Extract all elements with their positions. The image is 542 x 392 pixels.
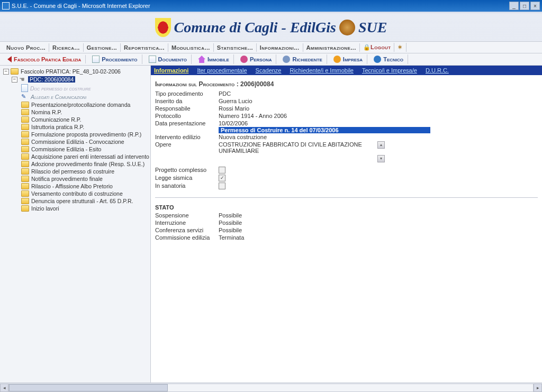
main-toolbar: Nuovo Proc... Ricerca... Gestione... Rep… bbox=[0, 41, 542, 53]
toolbar-extra[interactable]: ✶ bbox=[394, 43, 406, 52]
tree-item[interactable]: Commissione Edilizia - Esito bbox=[1, 145, 149, 153]
tree-item[interactable]: Denuncia opere strutturali - Art. 65 D.P… bbox=[1, 197, 149, 205]
documento-button[interactable]: Documento bbox=[144, 54, 192, 64]
procedimento-button[interactable]: Procedimento bbox=[88, 54, 142, 64]
tree-doc[interactable]: Doc permesso di costruire bbox=[1, 84, 149, 93]
tree-item-label: Nomina R.P. bbox=[31, 109, 62, 115]
tree-root[interactable]: − Fascicolo PRATICA: PE_48_10-02-2006 bbox=[1, 68, 149, 75]
folder-icon bbox=[21, 198, 29, 204]
toolbar-amministrazione[interactable]: Amministrazione... bbox=[303, 43, 360, 52]
collapse-icon[interactable]: − bbox=[3, 69, 9, 75]
tree-item[interactable]: Commissione Edilizia - Convocazione bbox=[1, 138, 149, 145]
tree-allegati[interactable]: ✎ Allegati e Comunicazioni bbox=[1, 93, 149, 101]
value-resp: Rossi Mario bbox=[219, 105, 249, 112]
tree-item-label: Denuncia opere strutturali - Art. 65 D.P… bbox=[31, 198, 133, 204]
toolbar-informazioni[interactable]: Informazioni... bbox=[257, 43, 303, 52]
pen-icon: ✎ bbox=[21, 93, 29, 101]
tree-item-label: Acquisizione pareri enti interessati ad … bbox=[31, 153, 149, 160]
tab-richiedente[interactable]: Richiedente/i e Immobile bbox=[290, 67, 354, 74]
label-progetto: Progetto complesso bbox=[155, 167, 219, 174]
value-conf: Possibile bbox=[219, 227, 242, 233]
tree-selected[interactable]: − ☚ PDC: 2006|00084 bbox=[1, 75, 149, 84]
scroll-track[interactable] bbox=[8, 384, 534, 392]
folder-icon bbox=[21, 139, 29, 145]
tab-durc[interactable]: D.U.R.C. bbox=[426, 67, 449, 74]
toolbar-statistiche[interactable]: Statistiche... bbox=[214, 43, 257, 52]
tree-item[interactable]: Inizio lavori bbox=[1, 205, 149, 212]
collapse-icon[interactable]: − bbox=[12, 77, 17, 83]
seal-icon bbox=[339, 20, 355, 35]
scroll-down-icon[interactable]: ▾ bbox=[377, 155, 385, 162]
arrow-left-icon bbox=[7, 56, 12, 62]
value-sosp: Possibile bbox=[219, 212, 242, 218]
tecnico-button[interactable]: Tecnico bbox=[369, 54, 408, 64]
scroll-left-button[interactable]: ◂ bbox=[0, 384, 8, 392]
tree-item[interactable]: Presentazione/protocollazione domanda bbox=[1, 101, 149, 108]
tree-item[interactable]: Acquisizione pareri enti interessati ad … bbox=[1, 153, 149, 160]
tree-item[interactable]: Nomina R.P. bbox=[1, 108, 149, 116]
folder-icon bbox=[21, 109, 29, 115]
tab-informazioni[interactable]: Informazioni bbox=[154, 67, 188, 74]
tab-iter[interactable]: Iter procedimentale bbox=[197, 67, 247, 74]
folder-icon bbox=[21, 190, 29, 197]
page-header: Comune di Cagli - EdilGis SUE bbox=[0, 14, 542, 41]
label-comm: Commissione edilizia bbox=[155, 234, 219, 241]
value-comm: Terminata bbox=[219, 234, 244, 241]
folder-icon bbox=[11, 68, 19, 75]
window-titlebar: S.U.E. - Comune di Cagli - Microsoft Int… bbox=[0, 0, 542, 12]
minimize-button[interactable]: _ bbox=[509, 2, 519, 10]
persona-button[interactable]: Persona bbox=[236, 54, 277, 64]
tree-item[interactable]: Comunicazione R.P. bbox=[1, 116, 149, 123]
tree-item[interactable]: Istruttoria pratica R.P. bbox=[1, 123, 149, 131]
checkbox-progetto[interactable] bbox=[219, 167, 225, 174]
label-data: Data presentazione bbox=[155, 120, 219, 126]
tree-item-label: Comunicazione R.P. bbox=[31, 116, 81, 123]
value-opere: COSTRUZIONE FABBRICATO DI CIVILE ABITAZI… bbox=[219, 141, 377, 162]
tree-item[interactable]: Versamento contributo di costruzione bbox=[1, 190, 149, 197]
tecnico-icon bbox=[374, 56, 381, 63]
content-tabs: Informazioni Iter procedimentale Scadenz… bbox=[151, 66, 542, 75]
checkbox-sanatoria[interactable] bbox=[219, 183, 225, 189]
toolbar-gestione[interactable]: Gestione... bbox=[84, 43, 121, 52]
fascicolo-button[interactable]: Fascicolo Pratica Edilizia bbox=[3, 55, 86, 63]
tree-item-label: Inizio lavori bbox=[31, 205, 59, 212]
tree-item[interactable]: Notifica provvedimento finale bbox=[1, 175, 149, 183]
tab-scadenze[interactable]: Scadenze bbox=[256, 67, 282, 74]
impresa-button[interactable]: Impresa bbox=[329, 54, 367, 64]
scroll-right-button[interactable]: ▸ bbox=[534, 384, 542, 392]
value-tipo: PDC bbox=[219, 90, 231, 97]
tree-root-label: Fascicolo PRATICA: PE_48_10-02-2006 bbox=[21, 68, 121, 75]
maximize-button[interactable]: □ bbox=[520, 2, 529, 10]
toolbar-ricerca[interactable]: Ricerca... bbox=[49, 43, 84, 52]
house-icon bbox=[198, 56, 205, 63]
toolbar-nuovo[interactable]: Nuovo Proc... bbox=[3, 43, 49, 52]
close-button[interactable]: × bbox=[530, 2, 540, 10]
label-conf: Conferenza servizi bbox=[155, 227, 219, 233]
folder-icon bbox=[21, 205, 29, 212]
label-inserito: Inserito da bbox=[155, 98, 219, 104]
label-sosp: Sospensione bbox=[155, 212, 219, 218]
tab-tecnico[interactable]: Tecnico/i e Impresa/e bbox=[362, 67, 417, 74]
checkbox-legge[interactable]: ✓ bbox=[219, 175, 225, 181]
sidebar-tree: − Fascicolo PRATICA: PE_48_10-02-2006 − … bbox=[0, 66, 151, 392]
scroll-up-icon[interactable]: ▴ bbox=[377, 141, 385, 149]
tree-selected-label: PDC: 2006|00084 bbox=[28, 76, 75, 83]
tree-item[interactable]: Adozione provvedimento finale (Resp. S.U… bbox=[1, 160, 149, 168]
tree-item-label: Adozione provvedimento finale (Resp. S.U… bbox=[31, 161, 144, 167]
tree-item-label: Versamento contributo di costruzione bbox=[31, 190, 123, 197]
doc2-icon bbox=[149, 56, 156, 63]
logout-button[interactable]: 🔒Logout bbox=[360, 43, 395, 52]
tree-item[interactable]: Rilascio - Affissione Albo Pretorio bbox=[1, 183, 149, 190]
scroll-thumb[interactable] bbox=[9, 384, 168, 391]
toolbar-modulistica[interactable]: Modulistica... bbox=[168, 43, 214, 52]
richiedente-button[interactable]: Richiedente bbox=[278, 54, 327, 64]
tree-item[interactable]: Formulazione proposta provvedimento (R.P… bbox=[1, 131, 149, 138]
label-tipo: Tipo procedimento bbox=[155, 90, 219, 97]
permesso-highlight: Permesso di Costruire n. 14 del 07/03/20… bbox=[219, 127, 430, 133]
sub-toolbar: Fascicolo Pratica Edilizia Procedimento … bbox=[0, 53, 542, 66]
toolbar-reportistica[interactable]: Reportistica... bbox=[121, 43, 168, 52]
tree-item[interactable]: Rilascio del permesso di costruire bbox=[1, 168, 149, 175]
person-icon bbox=[240, 56, 248, 63]
immobile-button[interactable]: Immobile bbox=[194, 54, 234, 64]
folder-icon bbox=[21, 124, 29, 130]
